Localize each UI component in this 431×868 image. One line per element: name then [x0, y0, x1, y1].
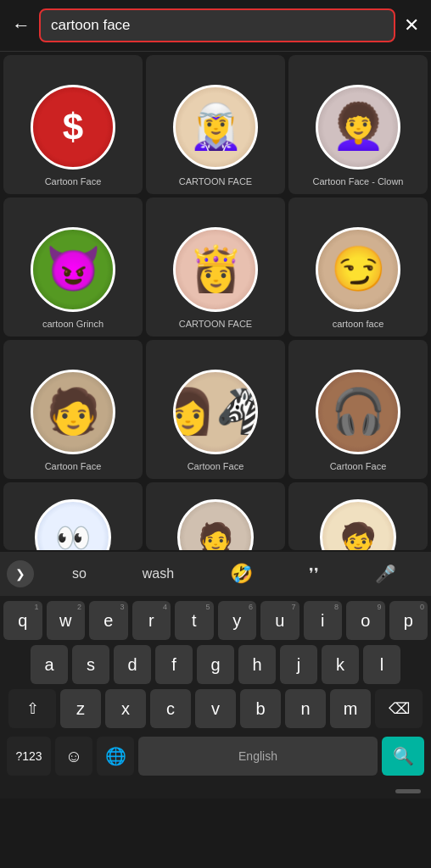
- effect-label-4: cartoon Grinch: [42, 319, 104, 330]
- effect-item-5[interactable]: 👸 CARTOON FACE: [146, 198, 285, 337]
- key-m[interactable]: m: [330, 689, 371, 728]
- key-x[interactable]: x: [105, 689, 146, 728]
- grinch-icon: 😈: [46, 243, 101, 295]
- effects-grid: $ Cartoon Face 🧝‍♀️ CARTOON FACE 👩‍🦱 Car…: [0, 52, 431, 482]
- effect-item-8[interactable]: 👩‍🦓 Cartoon Face: [146, 340, 285, 479]
- suggestion-emoji[interactable]: 🤣: [230, 563, 253, 585]
- key-i[interactable]: i8: [304, 601, 343, 640]
- search-key[interactable]: 🔍: [382, 737, 424, 776]
- globe-key[interactable]: 🌐: [97, 737, 134, 776]
- key-o[interactable]: o9: [346, 601, 385, 640]
- suggestions-list: so wash 🤣 ❜❜ 🎤: [44, 563, 424, 585]
- girl2-icon: 👩‍🦓: [173, 386, 258, 437]
- partial-row: 👀 🧑 🧒: [0, 482, 431, 550]
- effect-label-9: Cartoon Face: [330, 461, 387, 472]
- partial-item-1[interactable]: 👀: [3, 482, 143, 550]
- effect-label-7: Cartoon Face: [45, 461, 102, 472]
- partial-item-3[interactable]: 🧒: [288, 482, 428, 550]
- nose-face-icon: 😏: [331, 243, 386, 295]
- key-g[interactable]: g: [197, 645, 234, 684]
- effect-label-3: Cartoon Face - Clown: [313, 176, 404, 187]
- effect-label-5: CARTOON FACE: [179, 319, 252, 330]
- close-button[interactable]: ✕: [404, 14, 419, 36]
- chevron-right-icon: ❯: [15, 567, 25, 581]
- key-y[interactable]: y6: [218, 601, 257, 640]
- home-indicator-area: [0, 786, 431, 798]
- toon1-icon: 👀: [55, 520, 91, 550]
- clown-icon: 👩‍🦱: [331, 101, 386, 153]
- search-input[interactable]: [51, 17, 383, 34]
- effect-circle-4: 😈: [31, 227, 115, 312]
- key-r[interactable]: r4: [132, 601, 171, 640]
- num-sym-key[interactable]: ?123: [7, 737, 51, 776]
- effect-item-6[interactable]: 😏 cartoon face: [288, 198, 428, 337]
- effect-label-2: CARTOON FACE: [179, 176, 252, 187]
- dollar-icon: $: [63, 106, 83, 148]
- emoji-key[interactable]: ☺: [55, 737, 92, 776]
- key-f[interactable]: f: [155, 645, 193, 684]
- effect-circle-6: 😏: [316, 227, 400, 312]
- keyboard-container: ❯ so wash 🤣 ❜❜ 🎤 q1 w2 e3 r4 t5 y6 u7 i8…: [0, 552, 431, 786]
- key-row-asdf: a s d f g h j k l: [3, 645, 428, 684]
- effect-label-6: cartoon face: [333, 319, 384, 330]
- back-button[interactable]: ←: [12, 14, 31, 36]
- search-icon: 🔍: [393, 746, 414, 766]
- effect-circle-9: 🎧: [316, 370, 400, 454]
- effect-circle-3: 👩‍🦱: [316, 85, 400, 170]
- dark-face-icon: 🎧: [331, 386, 386, 437]
- effect-label-8: Cartoon Face: [188, 461, 244, 472]
- backspace-key[interactable]: ⌫: [375, 689, 423, 728]
- keyboard: q1 w2 e3 r4 t5 y6 u7 i8 o9 p0 a s d f g …: [0, 596, 431, 786]
- effect-label-1: Cartoon Face: [45, 176, 102, 187]
- search-bar: ← ✕: [0, 0, 431, 52]
- home-indicator-bar: [395, 789, 421, 793]
- effect-item-4[interactable]: 😈 cartoon Grinch: [3, 198, 143, 337]
- key-b[interactable]: b: [240, 689, 281, 728]
- effect-item-7[interactable]: 🧑 Cartoon Face: [3, 340, 143, 479]
- partial-item-2[interactable]: 🧑: [146, 482, 285, 550]
- toon2-icon: 🧑: [198, 520, 233, 550]
- key-l[interactable]: l: [363, 645, 400, 684]
- key-z[interactable]: z: [60, 689, 101, 728]
- shift-key[interactable]: ⇧: [8, 689, 56, 728]
- key-row-qwerty: q1 w2 e3 r4 t5 y6 u7 i8 o9 p0: [3, 601, 428, 640]
- effect-item-3[interactable]: 👩‍🦱 Cartoon Face - Clown: [288, 55, 428, 194]
- key-c[interactable]: c: [150, 689, 191, 728]
- key-q[interactable]: q1: [3, 601, 42, 640]
- suggestion-wash[interactable]: wash: [143, 566, 174, 581]
- effect-item-9[interactable]: 🎧 Cartoon Face: [288, 340, 428, 479]
- mic-icon[interactable]: 🎤: [375, 564, 396, 584]
- effect-circle-2: 🧝‍♀️: [173, 85, 258, 170]
- effect-item-1[interactable]: $ Cartoon Face: [3, 55, 143, 194]
- effect-circle-8: 👩‍🦓: [173, 370, 258, 454]
- toon3-icon: 🧒: [340, 520, 376, 550]
- boy1-icon: 🧑: [46, 386, 101, 437]
- key-n[interactable]: n: [285, 689, 326, 728]
- space-key[interactable]: English: [138, 737, 378, 776]
- key-w[interactable]: w2: [47, 601, 86, 640]
- effect-circle-1: $: [31, 85, 115, 170]
- key-v[interactable]: v: [195, 689, 236, 728]
- key-k[interactable]: k: [322, 645, 359, 684]
- key-s[interactable]: s: [72, 645, 109, 684]
- partial-circle-2: 🧑: [177, 499, 254, 550]
- rapunzel-icon: 👸: [188, 243, 243, 295]
- effect-circle-7: 🧑: [31, 370, 115, 454]
- key-row-zxcv: ⇧ z x c v b n m ⌫: [3, 689, 428, 728]
- key-p[interactable]: p0: [389, 601, 428, 640]
- keyboard-bottom-row: ?123 ☺ 🌐 English 🔍: [3, 733, 428, 782]
- key-h[interactable]: h: [238, 645, 276, 684]
- partial-circle-1: 👀: [35, 499, 111, 550]
- key-u[interactable]: u7: [260, 601, 299, 640]
- key-j[interactable]: j: [280, 645, 317, 684]
- search-input-wrapper[interactable]: [39, 8, 395, 42]
- partial-circle-3: 🧒: [320, 499, 396, 550]
- key-t[interactable]: t5: [175, 601, 214, 640]
- effect-item-2[interactable]: 🧝‍♀️ CARTOON FACE: [146, 55, 285, 194]
- chevron-expand-button[interactable]: ❯: [7, 560, 34, 587]
- key-a[interactable]: a: [31, 645, 68, 684]
- suggestion-quote[interactable]: ❜❜: [309, 565, 319, 583]
- suggestion-so[interactable]: so: [72, 566, 87, 581]
- key-d[interactable]: d: [114, 645, 151, 684]
- key-e[interactable]: e3: [89, 601, 128, 640]
